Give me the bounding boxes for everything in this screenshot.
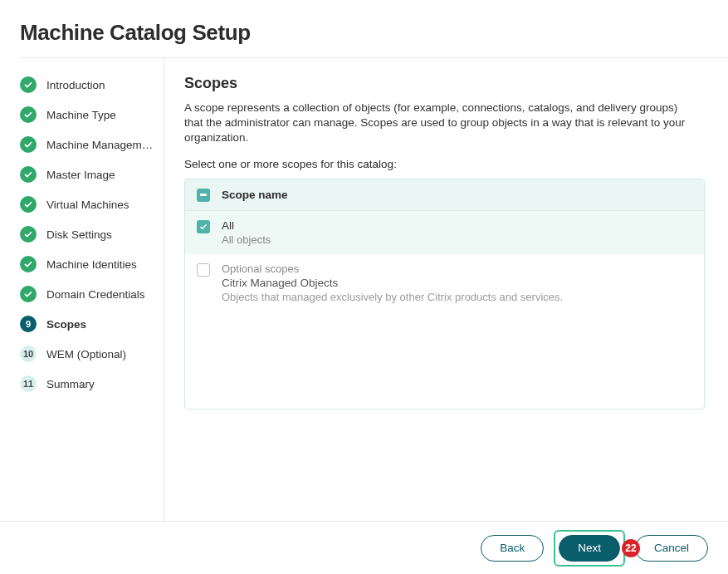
check-icon xyxy=(20,76,37,93)
wizard-step[interactable]: Machine Type xyxy=(20,100,155,130)
wizard-steps-sidebar: IntroductionMachine TypeMachine Managem…… xyxy=(0,58,164,521)
scope-subtitle: All objects xyxy=(222,233,271,246)
wizard-step[interactable]: Disk Settings xyxy=(20,219,155,249)
wizard-step[interactable]: Machine Managem… xyxy=(20,130,155,159)
scope-list-header[interactable]: Scope name xyxy=(185,179,704,211)
wizard-step-label: Machine Managem… xyxy=(46,139,153,151)
scope-row-optional[interactable]: Optional scopes Citrix Managed Objects O… xyxy=(185,254,704,312)
scope-checkbox-all[interactable] xyxy=(197,220,210,233)
back-button[interactable]: Back xyxy=(481,535,544,562)
wizard-step-label: WEM (Optional) xyxy=(46,348,126,361)
wizard-step-label: Introduction xyxy=(46,79,105,91)
select-all-checkbox[interactable] xyxy=(197,189,210,202)
scope-title: All xyxy=(222,219,271,232)
wizard-step[interactable]: Machine Identities xyxy=(20,249,155,279)
scope-list: Scope name All All objects Optional scop… xyxy=(184,179,705,410)
scope-subtitle: Objects that managed exclusively by othe… xyxy=(222,291,563,303)
section-description: A scope represents a collection of objec… xyxy=(184,101,699,146)
wizard-footer: Back Next Cancel 22 xyxy=(0,521,728,574)
cancel-button[interactable]: Cancel xyxy=(635,535,708,562)
wizard-step-label: Domain Credentials xyxy=(46,288,145,301)
wizard-step-label: Machine Type xyxy=(46,109,116,121)
step-count-badge: 22 xyxy=(622,539,640,557)
wizard-step-label: Machine Identities xyxy=(46,258,137,271)
wizard-step-label: Disk Settings xyxy=(46,228,112,241)
wizard-step-label: Scopes xyxy=(46,318,86,331)
wizard-step[interactable]: 11Summary xyxy=(20,369,155,399)
wizard-step[interactable]: 10WEM (Optional) xyxy=(20,339,155,369)
step-number-badge: 10 xyxy=(20,346,37,362)
step-number-badge: 9 xyxy=(20,316,37,332)
scope-checkbox-optional[interactable] xyxy=(197,263,210,277)
main-panel: Scopes A scope represents a collection o… xyxy=(164,58,728,521)
check-icon xyxy=(20,226,37,243)
wizard-step[interactable]: 9Scopes xyxy=(20,309,155,339)
check-icon xyxy=(199,223,208,231)
section-heading: Scopes xyxy=(184,75,705,92)
wizard-step[interactable]: Domain Credentials xyxy=(20,279,155,309)
check-icon xyxy=(20,136,37,153)
scope-row-all[interactable]: All All objects xyxy=(185,211,704,254)
check-icon xyxy=(20,166,37,183)
check-icon xyxy=(20,106,37,123)
page-title: Machine Catalog Setup xyxy=(0,0,728,57)
wizard-step-label: Summary xyxy=(46,378,95,390)
step-number-badge: 11 xyxy=(20,375,37,392)
wizard-step[interactable]: Virtual Machines xyxy=(20,189,155,219)
check-icon xyxy=(20,256,37,272)
scope-group-label: Optional scopes xyxy=(222,262,563,275)
wizard-step[interactable]: Master Image xyxy=(20,159,155,189)
check-icon xyxy=(20,286,37,302)
next-button-highlight: Next xyxy=(554,530,625,567)
wizard-step-label: Virtual Machines xyxy=(46,199,129,211)
next-button[interactable]: Next xyxy=(559,535,620,562)
scope-column-header: Scope name xyxy=(222,189,288,201)
scope-title: Citrix Managed Objects xyxy=(222,277,563,289)
wizard-step-label: Master Image xyxy=(46,169,115,181)
check-icon xyxy=(20,196,37,213)
wizard-step[interactable]: Introduction xyxy=(20,70,155,100)
section-instruction: Select one or more scopes for this catal… xyxy=(184,158,705,170)
